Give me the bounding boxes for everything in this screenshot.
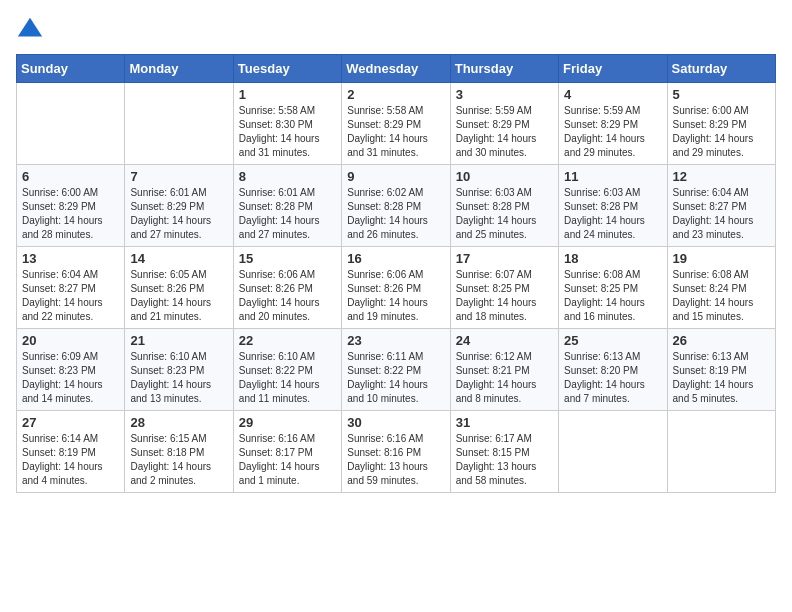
day-number: 8 [239, 169, 336, 184]
day-number: 1 [239, 87, 336, 102]
day-info: Sunrise: 6:07 AM Sunset: 8:25 PM Dayligh… [456, 268, 553, 324]
calendar-cell: 7Sunrise: 6:01 AM Sunset: 8:29 PM Daylig… [125, 165, 233, 247]
day-number: 13 [22, 251, 119, 266]
day-number: 17 [456, 251, 553, 266]
day-info: Sunrise: 6:04 AM Sunset: 8:27 PM Dayligh… [22, 268, 119, 324]
calendar-week-1: 1Sunrise: 5:58 AM Sunset: 8:30 PM Daylig… [17, 83, 776, 165]
day-number: 5 [673, 87, 770, 102]
day-info: Sunrise: 5:58 AM Sunset: 8:30 PM Dayligh… [239, 104, 336, 160]
day-number: 14 [130, 251, 227, 266]
day-number: 4 [564, 87, 661, 102]
calendar-cell: 17Sunrise: 6:07 AM Sunset: 8:25 PM Dayli… [450, 247, 558, 329]
calendar-cell: 20Sunrise: 6:09 AM Sunset: 8:23 PM Dayli… [17, 329, 125, 411]
calendar-week-4: 20Sunrise: 6:09 AM Sunset: 8:23 PM Dayli… [17, 329, 776, 411]
calendar-cell: 30Sunrise: 6:16 AM Sunset: 8:16 PM Dayli… [342, 411, 450, 493]
day-info: Sunrise: 5:59 AM Sunset: 8:29 PM Dayligh… [456, 104, 553, 160]
day-info: Sunrise: 6:05 AM Sunset: 8:26 PM Dayligh… [130, 268, 227, 324]
calendar-cell: 19Sunrise: 6:08 AM Sunset: 8:24 PM Dayli… [667, 247, 775, 329]
svg-marker-0 [18, 18, 42, 37]
calendar-cell: 27Sunrise: 6:14 AM Sunset: 8:19 PM Dayli… [17, 411, 125, 493]
day-info: Sunrise: 6:10 AM Sunset: 8:22 PM Dayligh… [239, 350, 336, 406]
day-info: Sunrise: 6:06 AM Sunset: 8:26 PM Dayligh… [347, 268, 444, 324]
calendar-cell: 9Sunrise: 6:02 AM Sunset: 8:28 PM Daylig… [342, 165, 450, 247]
day-number: 30 [347, 415, 444, 430]
calendar-cell: 31Sunrise: 6:17 AM Sunset: 8:15 PM Dayli… [450, 411, 558, 493]
day-info: Sunrise: 6:13 AM Sunset: 8:19 PM Dayligh… [673, 350, 770, 406]
day-number: 6 [22, 169, 119, 184]
day-info: Sunrise: 6:08 AM Sunset: 8:24 PM Dayligh… [673, 268, 770, 324]
calendar-cell: 16Sunrise: 6:06 AM Sunset: 8:26 PM Dayli… [342, 247, 450, 329]
column-header-sunday: Sunday [17, 55, 125, 83]
calendar-cell: 13Sunrise: 6:04 AM Sunset: 8:27 PM Dayli… [17, 247, 125, 329]
page-header [16, 16, 776, 44]
calendar-cell: 28Sunrise: 6:15 AM Sunset: 8:18 PM Dayli… [125, 411, 233, 493]
day-info: Sunrise: 6:01 AM Sunset: 8:29 PM Dayligh… [130, 186, 227, 242]
day-info: Sunrise: 6:09 AM Sunset: 8:23 PM Dayligh… [22, 350, 119, 406]
day-info: Sunrise: 6:14 AM Sunset: 8:19 PM Dayligh… [22, 432, 119, 488]
column-header-friday: Friday [559, 55, 667, 83]
day-number: 3 [456, 87, 553, 102]
day-info: Sunrise: 6:00 AM Sunset: 8:29 PM Dayligh… [673, 104, 770, 160]
calendar-cell [667, 411, 775, 493]
column-header-saturday: Saturday [667, 55, 775, 83]
calendar-cell: 18Sunrise: 6:08 AM Sunset: 8:25 PM Dayli… [559, 247, 667, 329]
calendar-cell: 21Sunrise: 6:10 AM Sunset: 8:23 PM Dayli… [125, 329, 233, 411]
day-info: Sunrise: 6:04 AM Sunset: 8:27 PM Dayligh… [673, 186, 770, 242]
day-info: Sunrise: 6:11 AM Sunset: 8:22 PM Dayligh… [347, 350, 444, 406]
day-info: Sunrise: 6:03 AM Sunset: 8:28 PM Dayligh… [456, 186, 553, 242]
calendar-week-3: 13Sunrise: 6:04 AM Sunset: 8:27 PM Dayli… [17, 247, 776, 329]
calendar-cell: 1Sunrise: 5:58 AM Sunset: 8:30 PM Daylig… [233, 83, 341, 165]
calendar-cell: 5Sunrise: 6:00 AM Sunset: 8:29 PM Daylig… [667, 83, 775, 165]
calendar-cell [125, 83, 233, 165]
column-header-thursday: Thursday [450, 55, 558, 83]
calendar-cell: 11Sunrise: 6:03 AM Sunset: 8:28 PM Dayli… [559, 165, 667, 247]
calendar-header-row: SundayMondayTuesdayWednesdayThursdayFrid… [17, 55, 776, 83]
day-info: Sunrise: 6:16 AM Sunset: 8:16 PM Dayligh… [347, 432, 444, 488]
day-number: 29 [239, 415, 336, 430]
calendar-cell: 22Sunrise: 6:10 AM Sunset: 8:22 PM Dayli… [233, 329, 341, 411]
day-number: 25 [564, 333, 661, 348]
calendar-cell: 25Sunrise: 6:13 AM Sunset: 8:20 PM Dayli… [559, 329, 667, 411]
day-number: 31 [456, 415, 553, 430]
logo-icon [16, 16, 44, 44]
day-number: 2 [347, 87, 444, 102]
day-number: 9 [347, 169, 444, 184]
day-info: Sunrise: 6:08 AM Sunset: 8:25 PM Dayligh… [564, 268, 661, 324]
day-info: Sunrise: 6:01 AM Sunset: 8:28 PM Dayligh… [239, 186, 336, 242]
calendar-cell: 10Sunrise: 6:03 AM Sunset: 8:28 PM Dayli… [450, 165, 558, 247]
day-number: 22 [239, 333, 336, 348]
day-number: 7 [130, 169, 227, 184]
day-info: Sunrise: 6:02 AM Sunset: 8:28 PM Dayligh… [347, 186, 444, 242]
day-number: 12 [673, 169, 770, 184]
day-info: Sunrise: 6:13 AM Sunset: 8:20 PM Dayligh… [564, 350, 661, 406]
day-number: 23 [347, 333, 444, 348]
day-number: 15 [239, 251, 336, 266]
calendar-table: SundayMondayTuesdayWednesdayThursdayFrid… [16, 54, 776, 493]
day-number: 26 [673, 333, 770, 348]
calendar-cell: 3Sunrise: 5:59 AM Sunset: 8:29 PM Daylig… [450, 83, 558, 165]
calendar-cell: 8Sunrise: 6:01 AM Sunset: 8:28 PM Daylig… [233, 165, 341, 247]
calendar-cell: 24Sunrise: 6:12 AM Sunset: 8:21 PM Dayli… [450, 329, 558, 411]
day-info: Sunrise: 5:58 AM Sunset: 8:29 PM Dayligh… [347, 104, 444, 160]
calendar-cell: 23Sunrise: 6:11 AM Sunset: 8:22 PM Dayli… [342, 329, 450, 411]
day-number: 27 [22, 415, 119, 430]
day-info: Sunrise: 6:00 AM Sunset: 8:29 PM Dayligh… [22, 186, 119, 242]
calendar-week-2: 6Sunrise: 6:00 AM Sunset: 8:29 PM Daylig… [17, 165, 776, 247]
day-number: 10 [456, 169, 553, 184]
calendar-week-5: 27Sunrise: 6:14 AM Sunset: 8:19 PM Dayli… [17, 411, 776, 493]
calendar-cell: 14Sunrise: 6:05 AM Sunset: 8:26 PM Dayli… [125, 247, 233, 329]
day-info: Sunrise: 6:15 AM Sunset: 8:18 PM Dayligh… [130, 432, 227, 488]
day-info: Sunrise: 6:17 AM Sunset: 8:15 PM Dayligh… [456, 432, 553, 488]
day-info: Sunrise: 6:16 AM Sunset: 8:17 PM Dayligh… [239, 432, 336, 488]
day-number: 20 [22, 333, 119, 348]
day-info: Sunrise: 6:10 AM Sunset: 8:23 PM Dayligh… [130, 350, 227, 406]
day-number: 21 [130, 333, 227, 348]
day-info: Sunrise: 6:12 AM Sunset: 8:21 PM Dayligh… [456, 350, 553, 406]
calendar-cell: 12Sunrise: 6:04 AM Sunset: 8:27 PM Dayli… [667, 165, 775, 247]
day-info: Sunrise: 6:03 AM Sunset: 8:28 PM Dayligh… [564, 186, 661, 242]
calendar-cell: 15Sunrise: 6:06 AM Sunset: 8:26 PM Dayli… [233, 247, 341, 329]
day-number: 24 [456, 333, 553, 348]
calendar-cell [559, 411, 667, 493]
day-number: 19 [673, 251, 770, 266]
column-header-monday: Monday [125, 55, 233, 83]
